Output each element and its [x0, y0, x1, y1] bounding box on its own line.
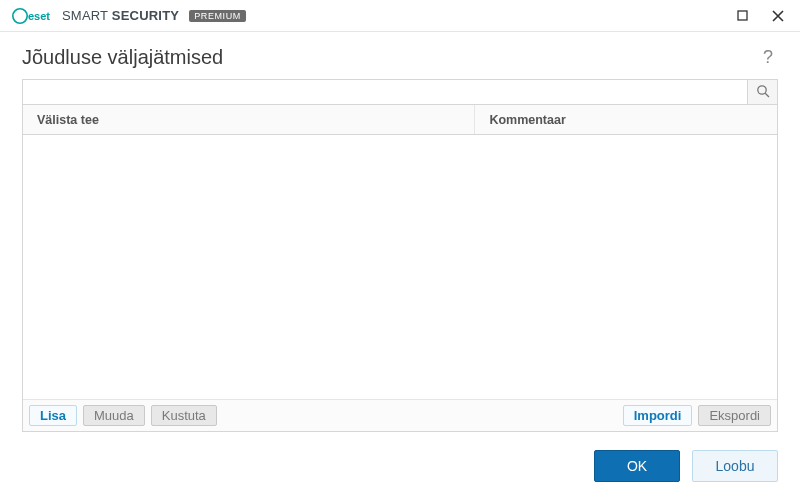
svg-point-0: [13, 8, 27, 22]
brand-name-light: SMART: [62, 8, 108, 23]
dialog-footer: OK Loobu: [0, 432, 800, 500]
export-button[interactable]: Ekspordi: [698, 405, 771, 426]
brand: eset SMART SECURITY PREMIUM: [12, 8, 246, 24]
search-button[interactable]: [747, 80, 777, 104]
window-controls: [728, 4, 792, 28]
brand-name-bold: SECURITY: [112, 8, 179, 23]
content-area: Välista tee Kommentaar Lisa Muuda Kustut…: [0, 79, 800, 432]
column-header-comment[interactable]: Kommentaar: [475, 105, 777, 134]
search-icon: [756, 84, 770, 101]
exclusions-table: Välista tee Kommentaar Lisa Muuda Kustut…: [22, 105, 778, 432]
brand-badge: PREMIUM: [189, 10, 246, 22]
ok-button[interactable]: OK: [594, 450, 680, 482]
search-row: [22, 79, 778, 105]
close-button[interactable]: [764, 4, 792, 28]
page-title: Jõudluse väljajätmised: [22, 46, 223, 69]
svg-line-4: [765, 93, 769, 97]
eset-logo-icon: eset: [12, 8, 56, 24]
cancel-button[interactable]: Loobu: [692, 450, 778, 482]
add-button[interactable]: Lisa: [29, 405, 77, 426]
brand-text: SMART SECURITY: [62, 8, 179, 23]
table-header: Välista tee Kommentaar: [23, 105, 777, 135]
import-button[interactable]: Impordi: [623, 405, 693, 426]
titlebar: eset SMART SECURITY PREMIUM: [0, 0, 800, 32]
edit-button[interactable]: Muuda: [83, 405, 145, 426]
header-row: Jõudluse väljajätmised ?: [0, 32, 800, 79]
delete-button[interactable]: Kustuta: [151, 405, 217, 426]
column-header-path[interactable]: Välista tee: [23, 105, 475, 134]
svg-point-3: [757, 85, 765, 93]
help-button[interactable]: ?: [758, 47, 778, 68]
search-input[interactable]: [23, 80, 747, 104]
svg-rect-2: [738, 11, 747, 20]
table-body[interactable]: [23, 135, 777, 399]
svg-text:eset: eset: [28, 10, 50, 22]
maximize-button[interactable]: [728, 4, 756, 28]
table-actions: Lisa Muuda Kustuta Impordi Ekspordi: [23, 399, 777, 431]
